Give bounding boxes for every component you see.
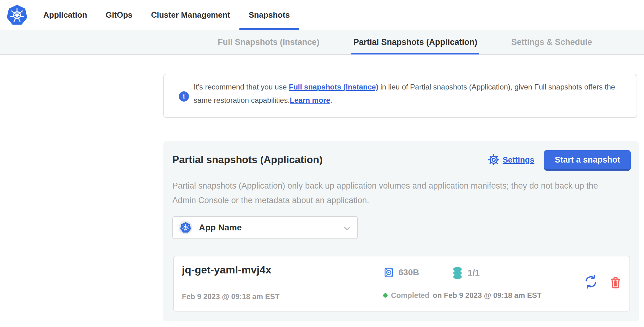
snapshot-size: 630B xyxy=(383,267,419,278)
nav-item-cluster-management[interactable]: Cluster Management xyxy=(142,0,239,30)
info-banner-text: It’s recommend that you use Full snapsho… xyxy=(194,80,628,107)
snapshot-status-label: Completed xyxy=(391,291,429,300)
top-nav-items: Application GitOps Cluster Management Sn… xyxy=(34,0,299,30)
snapshot-name: jq-get-yaml-mvj4x xyxy=(182,264,271,276)
full-snapshots-instance-link[interactable]: Full snapshots (Instance) xyxy=(289,83,378,91)
snapshot-volumes-value: 1/1 xyxy=(468,268,480,278)
gear-icon xyxy=(488,154,500,166)
panel-title: Partial snapshots (Application) xyxy=(172,154,323,166)
info-text-after: . xyxy=(330,96,333,104)
delete-snapshot-button[interactable] xyxy=(609,276,622,289)
snapshot-volumes: 1/1 xyxy=(451,266,480,279)
snapshot-started-timestamp: Feb 9 2023 @ 09:18 am EST xyxy=(182,292,280,301)
app-selector-value: App Name xyxy=(199,223,242,233)
partial-snapshots-panel: Partial snapshots (Application) xyxy=(163,141,639,321)
restore-snapshot-button[interactable] xyxy=(583,274,598,289)
start-snapshot-button[interactable]: Start a snapshot xyxy=(544,150,631,169)
tab-settings-and-schedule[interactable]: Settings & Schedule xyxy=(509,30,594,54)
selector-divider xyxy=(335,222,335,234)
info-banner: i It’s recommend that you use Full snaps… xyxy=(163,74,637,118)
info-icon: i xyxy=(179,91,189,102)
nav-item-gitops[interactable]: GitOps xyxy=(97,0,142,30)
snapshot-status: Completed on Feb 9 2023 @ 09:18 am EST xyxy=(383,291,542,300)
snapshot-size-value: 630B xyxy=(398,268,419,277)
panel-actions: Settings Start a snapshot xyxy=(488,150,631,169)
chevron-down-icon[interactable] xyxy=(342,223,352,234)
app-name-selector[interactable]: App Name xyxy=(172,216,358,239)
status-dot-icon xyxy=(383,293,388,298)
kubernetes-logo-icon xyxy=(7,5,27,25)
panel-description: Partial snapshots (Application) only bac… xyxy=(172,179,622,208)
trash-icon xyxy=(609,276,622,289)
settings-link-label: Settings xyxy=(503,155,535,165)
top-nav: Application GitOps Cluster Management Sn… xyxy=(0,0,644,30)
settings-link[interactable]: Settings xyxy=(488,154,535,166)
snapshots-page: Application GitOps Cluster Management Sn… xyxy=(0,0,644,327)
snapshots-subnav: Full Snapshots (Instance) Partial Snapsh… xyxy=(0,30,644,54)
snapshot-completed-timestamp: on Feb 9 2023 @ 09:18 am EST xyxy=(433,291,542,300)
restore-icon xyxy=(583,274,598,289)
learn-more-link[interactable]: Learn more xyxy=(290,96,330,104)
disk-icon xyxy=(383,267,394,278)
nav-item-snapshots[interactable]: Snapshots xyxy=(239,0,299,30)
tab-partial-snapshots-application[interactable]: Partial Snapshots (Application) xyxy=(351,30,479,54)
database-icon xyxy=(451,266,464,279)
tab-full-snapshots-instance[interactable]: Full Snapshots (Instance) xyxy=(216,30,321,54)
snapshot-row: jq-get-yaml-mvj4x Feb 9 2023 @ 09:18 am … xyxy=(173,256,630,312)
nav-item-application[interactable]: Application xyxy=(34,0,97,30)
info-text-before: It’s recommend that you use xyxy=(194,83,289,91)
kubernetes-icon xyxy=(178,220,193,235)
